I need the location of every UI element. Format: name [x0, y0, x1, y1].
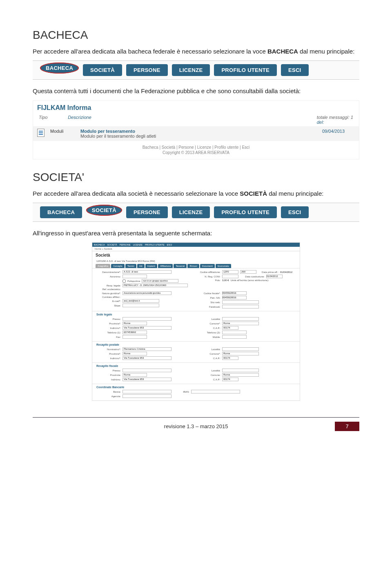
fisc-prov-select[interactable]: Roma [122, 373, 147, 377]
text: Per accedere all'area dedicata alla soci… [33, 190, 240, 197]
comune-select[interactable]: Roma [222, 322, 259, 325]
nav-persone-2[interactable]: PERSONE [126, 206, 168, 218]
resplegale-input[interactable]: PIETRA LUCY - D. 29/01/1914 25/12/1963 [122, 284, 188, 287]
tab-atti[interactable]: Atti [137, 264, 145, 268]
breadcrumb: Home » Società [92, 247, 300, 251]
cod1[interactable]: 12F0 [222, 270, 238, 274]
nav-profilo-2[interactable]: PROFILO UTENTE [214, 206, 277, 218]
tab-anagrafica[interactable]: Anagrafica [96, 264, 110, 268]
lbl: Località: [196, 369, 220, 372]
lbl: Sito web: [196, 301, 220, 304]
piva-input[interactable]: 83455628016 [222, 296, 247, 299]
natura-select[interactable]: Associazione senza personalità giuridica [122, 291, 172, 295]
fb-input[interactable] [222, 305, 259, 308]
tel2-input[interactable] [222, 331, 247, 334]
lbl: Indirizzo: [96, 378, 121, 381]
heading-bacheca: BACHECA [33, 29, 359, 42]
row-sub: Modulo per il tesseramento degli atleti [80, 134, 316, 139]
lbl: Comitato affiliaz.: [96, 296, 121, 298]
mobile-input[interactable] [222, 335, 247, 339]
nominativo-input[interactable]: Piersantoro Cristina [122, 347, 172, 351]
tab-affiliazione[interactable]: Affiliazione [158, 264, 173, 268]
nav-profilo[interactable]: PROFILO UTENTE [214, 64, 277, 76]
tab-tesserati[interactable]: Tesserati [174, 264, 187, 268]
row-title[interactable]: Modulo per tesseramento [80, 129, 316, 134]
tab-economato[interactable]: Economato [216, 264, 231, 268]
acronimo-input[interactable] [122, 275, 147, 278]
nav-societa-2[interactable]: SOCIETÀ [86, 205, 122, 216]
bold-societa: SOCIETÀ [240, 190, 267, 197]
tel1-input[interactable]: 637453692 [122, 331, 147, 334]
polisportiva-select[interactable]: non è un gruppo sportivo [142, 279, 178, 283]
lbl: Nominativo*: [96, 348, 121, 351]
prov-select[interactable]: Roma [122, 322, 147, 325]
lbl: Telefono (2): [196, 331, 220, 334]
nreg-input[interactable] [222, 275, 238, 278]
lbl: Fido: [196, 279, 220, 282]
tab-consiglio[interactable]: Consiglio [111, 264, 125, 268]
navbar-1: BACHECA SOCIETÀ PERSONE LICENZE PROFILO … [33, 60, 359, 80]
document-icon[interactable] [37, 129, 45, 137]
total-msg: totale messaggi: 1 [317, 115, 353, 120]
col-del: del: [317, 120, 324, 125]
panel-title: FIJLKAM Informa [33, 101, 359, 113]
text: Per accedere all'area dedicata alla bach… [33, 48, 267, 55]
post-com-select[interactable]: Roma [222, 352, 259, 355]
email-input[interactable]: asd_test@test.it [122, 299, 159, 303]
nav-esci-2[interactable]: ESCI [281, 206, 309, 218]
nav-esci[interactable]: ESCI [281, 64, 309, 76]
post-cap-input[interactable]: 00174 [222, 356, 238, 360]
lbl: Indirizzo*: [96, 327, 121, 329]
tab-tecnici[interactable]: Tecnici [125, 264, 136, 268]
post-ind-input[interactable]: Via Tuscolana 953 [122, 356, 172, 360]
nav-licenze[interactable]: LICENZE [172, 64, 210, 76]
denominazione-input[interactable]: A.S.D. di test [122, 270, 172, 274]
cod2[interactable]: 290 [240, 270, 256, 274]
page-number: 7 [335, 422, 359, 431]
agenzia-input[interactable] [122, 394, 172, 398]
cf-input[interactable]: 83455628016 [222, 291, 247, 295]
tab-impianti[interactable]: Impianti [145, 264, 157, 268]
section-recapito-postale: Recapito postale [96, 343, 296, 346]
nav-bacheca[interactable]: BACHECA [40, 63, 79, 74]
tab-documenti[interactable]: Documenti [200, 264, 215, 268]
iban-input[interactable] [191, 390, 240, 393]
nav-licenze-2[interactable]: LICENZE [172, 206, 210, 218]
lbl: C.A.P.: [196, 357, 220, 360]
lbl: Mobile: [196, 336, 220, 338]
post-loc-input[interactable] [222, 347, 259, 351]
fisc-presso-input[interactable] [122, 369, 172, 372]
fisc-com-select[interactable]: Roma [222, 373, 259, 377]
lbl: Polisportiva [127, 280, 140, 282]
val: 01/04/2012 [280, 271, 292, 273]
fax-input[interactable] [122, 335, 147, 339]
fijlkam-panel: FIJLKAM Informa Tipo Descrizione totale … [33, 101, 359, 159]
nav-societa[interactable]: SOCIETÀ [83, 64, 122, 76]
loc-input[interactable] [222, 317, 259, 321]
web-input[interactable] [222, 300, 259, 304]
cap-input[interactable]: 00174 [222, 326, 238, 330]
polisportiva-checkbox[interactable] [122, 279, 126, 283]
post-prov-select[interactable]: Roma [122, 352, 147, 355]
fisc-loc-input[interactable] [222, 369, 259, 372]
form-subtitle: 12F0290 A.S.D. di test Via Tuscolana 953… [92, 259, 300, 264]
nav-bacheca-2[interactable]: BACHECA [40, 206, 82, 218]
lbl: Data costituzione: [240, 275, 265, 278]
t: SOCIETÀ [107, 244, 117, 246]
lbl: Denominazione*: [96, 271, 121, 273]
text: dal menu principale: [267, 190, 323, 197]
panel-footer: Bacheca | Società | Persone | Licenze | … [33, 141, 359, 159]
indirizzo-input[interactable]: Via Tuscolana 953 [122, 326, 172, 330]
lbl: Agenzia: [96, 395, 121, 398]
banca-input[interactable] [122, 390, 172, 393]
datcos-input[interactable]: 01/04/2012 [266, 275, 283, 278]
lbl: Acronimo: [96, 275, 121, 278]
tab-rinnovi[interactable]: Rinnovi [187, 264, 199, 268]
fisc-cap-input[interactable]: 00174 [222, 378, 238, 381]
skype-input[interactable] [122, 304, 159, 307]
lbl: Codice affiliazione: [196, 271, 220, 273]
fisc-ind-input[interactable]: Via Tuscolana 953 [122, 378, 172, 381]
t: ESCI [167, 244, 172, 246]
nav-persone[interactable]: PERSONE [126, 64, 168, 76]
presso-input[interactable] [122, 317, 172, 321]
